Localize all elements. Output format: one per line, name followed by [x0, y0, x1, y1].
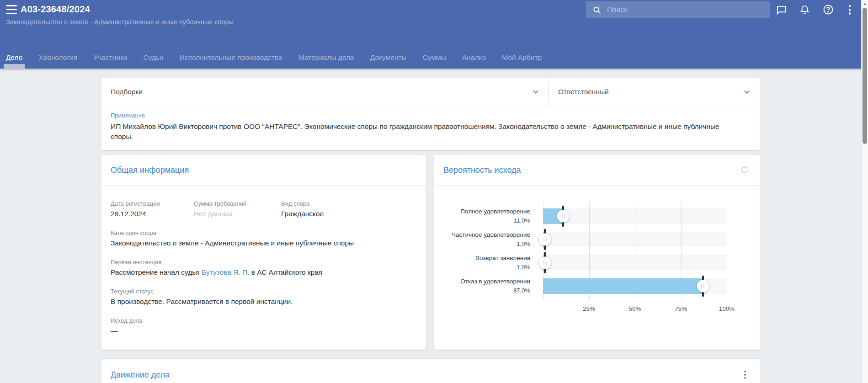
slider-handle[interactable]: [697, 280, 709, 292]
dispute-category-value: Законодательство о земле - Административ…: [111, 239, 416, 247]
app-header: А03-23648/2024 Законодательство о земле …: [0, 0, 868, 69]
claim-amount-label: Сумма требований: [194, 200, 281, 207]
x-tick: 100%: [719, 305, 735, 312]
chart-bar-track: [543, 278, 727, 294]
tab-moy-arbitr[interactable]: Мой Арбитр: [502, 47, 542, 69]
x-tick: 50%: [628, 305, 641, 312]
slider-handle[interactable]: [539, 256, 551, 269]
card-menu-icon[interactable]: [740, 369, 750, 380]
dispute-category-label: Категория спора: [111, 229, 416, 236]
tabs: ДелоХронологияУчастникиСудьиИсполнительн…: [6, 47, 542, 69]
menu-icon[interactable]: [6, 5, 17, 14]
general-info-card: Общая информация Дата регистрации 28.12.…: [101, 155, 426, 350]
first-instance-value: Рассмотрение начал судья Бутузова Я. П. …: [111, 268, 416, 277]
x-tick: 75%: [675, 305, 687, 312]
chart-value-label: 87,0%: [443, 287, 530, 294]
tab-khronologiya[interactable]: Хронология: [38, 47, 77, 69]
help-icon[interactable]: [823, 4, 834, 15]
scroll-up-arrow-icon[interactable]: ▲: [862, 1, 868, 7]
case-subtitle: Законодательство о земле - Административ…: [6, 18, 234, 26]
gridline: [727, 202, 727, 300]
tab-analiz[interactable]: Анализ: [462, 47, 486, 69]
first-instance-label: Первая инстанция: [111, 259, 416, 266]
judge-link[interactable]: Бутузова Я. П.: [202, 268, 249, 276]
scrollbar-thumb[interactable]: [863, 8, 867, 144]
responsible-select-label: Ответственный: [558, 88, 609, 96]
more-options-icon[interactable]: [846, 4, 854, 16]
tab-ispolnitelnye-proizvodstva[interactable]: Исполнительные производства: [180, 47, 282, 69]
outcome-probability-title: Вероятность исхода: [443, 165, 521, 175]
tab-delo[interactable]: Дело: [6, 47, 22, 69]
notifications-bell-icon[interactable]: [799, 4, 810, 15]
probability-chart: Полное удовлетворение11,0%Частичное удов…: [434, 202, 760, 300]
note-label: Примечание: [111, 112, 732, 119]
chart-x-axis: 25% 50% 75% 100%: [543, 305, 727, 314]
case-outcome-value: —: [111, 327, 416, 335]
case-number-title: А03-23648/2024: [21, 4, 90, 15]
chart-value-label: 11,0%: [443, 217, 530, 224]
general-info-title: Общая информация: [111, 165, 189, 175]
search-icon: [592, 5, 602, 15]
filters-card: Подборки Ответственный Примечание ИП Мих…: [101, 78, 760, 150]
dispute-type-label: Вид спора: [281, 200, 324, 207]
chart-bar: [543, 278, 703, 294]
slider-handle[interactable]: [557, 210, 570, 222]
claim-amount-value: Нет данных: [194, 210, 281, 218]
refresh-icon[interactable]: [740, 165, 750, 175]
responsible-select[interactable]: Ответственный: [548, 78, 760, 106]
current-status-value: В производстве. Рассматривается в первой…: [111, 298, 416, 306]
collections-select-label: Подборки: [111, 88, 143, 96]
chevron-down-icon: [531, 87, 540, 96]
tab-summy[interactable]: Суммы: [423, 47, 446, 69]
current-status-label: Текущий статус: [111, 288, 416, 295]
search-input[interactable]: [607, 6, 765, 14]
dispute-type-value: Гражданское: [281, 210, 324, 218]
registration-date-value: 28.12.2024: [111, 210, 194, 218]
note-section: Примечание ИП Михайлов Юрий Викторович п…: [101, 106, 760, 150]
tab-sudi[interactable]: Судьи: [143, 47, 163, 69]
chevron-down-icon: [742, 87, 751, 96]
chart-value-label: 1,0%: [443, 264, 530, 271]
slider-handle[interactable]: [539, 233, 551, 245]
tab-uchastniki[interactable]: Участники: [93, 47, 127, 69]
case-movement-title: Движение дела: [111, 370, 170, 380]
chart-category-label: Частичное удовлетворение: [443, 231, 530, 238]
case-movement-card: Движение дела: [101, 359, 760, 383]
scrollbar[interactable]: ▲: [861, 0, 868, 383]
case-outcome-label: Исход дела: [111, 317, 416, 324]
tab-materialy-dela[interactable]: Материалы дела: [298, 47, 354, 69]
outcome-probability-card: Вероятность исхода Полное удовлетворение…: [434, 155, 760, 350]
tab-dokumenty[interactable]: Документы: [370, 47, 407, 69]
note-text: ИП Михайлов Юрий Викторович против ООО "…: [111, 122, 732, 142]
chart-category-label: Отказ в удовлетворении: [443, 278, 530, 285]
chart-value-label: 1,0%: [443, 240, 530, 247]
collections-select[interactable]: Подборки: [101, 78, 548, 106]
chart-category-label: Возврат заявления: [443, 255, 530, 261]
page-content: Подборки Ответственный Примечание ИП Мих…: [0, 69, 868, 383]
x-tick: 25%: [583, 305, 595, 312]
chart-category-label: Полное удовлетворение: [443, 208, 530, 215]
chat-icon[interactable]: [776, 4, 787, 15]
registration-date-label: Дата регистрации: [111, 200, 194, 207]
search-box[interactable]: [586, 1, 770, 18]
